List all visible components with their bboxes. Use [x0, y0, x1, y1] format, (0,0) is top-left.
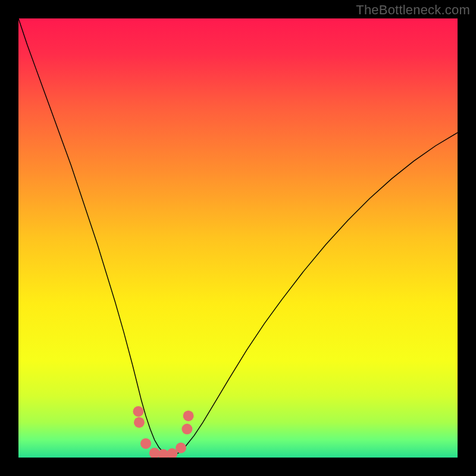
dip-dot — [134, 417, 145, 428]
watermark-text: TheBottleneck.com — [356, 2, 470, 18]
dip-dot — [181, 424, 192, 434]
bottleneck-chart — [18, 18, 458, 458]
dip-dot — [140, 438, 151, 449]
dip-dot — [183, 411, 194, 421]
dip-dot — [176, 443, 186, 453]
dip-dot — [133, 406, 143, 417]
gradient-background — [18, 18, 458, 458]
plot-area — [18, 18, 458, 458]
chart-frame: TheBottleneck.com — [0, 0, 476, 476]
